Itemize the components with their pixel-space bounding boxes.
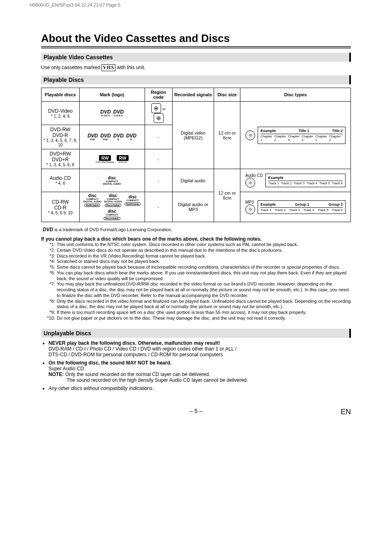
cassettes-text-after: with this unit. (117, 65, 145, 70)
disc-footnote: * 1, 2, 4, 6 (43, 114, 78, 118)
cd-logo-icon: discCOMPACTDIGITAL AUDIO (103, 176, 121, 185)
cell-size-b: 12 cm or 8cm (214, 169, 240, 222)
cd-logo-icon: discCOMPACTDIGITAL AUDIOReWritable (83, 194, 101, 207)
dvd-logo-icon: DVD (43, 227, 53, 232)
example-timeline: Example Title 1 Title 2 Chapter 1 Chapte… (258, 127, 346, 144)
disc-footnote: * 1, 3, 4, 5, 6, 8 (43, 163, 78, 167)
cd-logo-icon: discCOMPACTDIGITAL AUDIORecordable (104, 194, 122, 207)
cell-region: - (145, 149, 172, 169)
list-item: NEVER play back the following discs. Oth… (48, 340, 351, 358)
table-header-row: Playable discs Mark (logo) Region code R… (42, 88, 351, 102)
note-row: *1:This unit conforms to the NTSC color … (41, 242, 351, 248)
example-timeline: Example Track 1 Track 2 Track 3 Track 4 … (265, 174, 346, 187)
disc-name: DVD-Video (43, 108, 78, 114)
section-discs-heading: Playable Discs (41, 75, 351, 84)
list-item: On the following disc, the sound MAY NOT… (48, 360, 351, 383)
page-footer: – 5 – EN (41, 408, 351, 414)
dvd-logo-icon: DVDR (126, 133, 136, 141)
cell-example-mp3: MP3 ◎ Example Group 1 Group 2 Track 1 (240, 192, 351, 222)
cell-disc-name: Audio CD * 4, 6 (42, 169, 80, 192)
cell-disc-name: DVD-Video * 1, 2, 4, 6 (42, 102, 80, 125)
mp3-prefix: MP3 (245, 200, 255, 204)
example-timeline: Example Group 1 Group 2 Track 1 Track 2 … (258, 200, 346, 214)
note-row: *7:You may play back the unfinalized DVD… (41, 281, 351, 298)
title-rule (41, 46, 351, 47)
dvd-logo-icon: DVDRW (100, 133, 111, 141)
page-content: About the Video Cassettes and Discs Play… (0, 7, 392, 431)
title1: Title 1 (299, 129, 309, 133)
rw-logo-icon: RWDVD+ReWritable (96, 155, 115, 163)
cd-logo-icon: discCOMPACTReWritable (125, 195, 141, 206)
disc-icon: ◎ (245, 204, 255, 214)
dvd-logo-icon: DVDVIDEO (113, 109, 124, 117)
notes-list: *1:This unit conforms to the NTSC color … (41, 242, 351, 321)
page-title: About the Video Cassettes and Discs (41, 32, 351, 45)
region-or: or (162, 107, 166, 111)
region-globe-icon: ⊕ (154, 113, 164, 123)
cell-region: ⊕ or ⊕ (145, 102, 172, 125)
dvd-logo-icon: DVDVIDEO (100, 109, 111, 117)
trademark-line: DVD is a trademark of DVD Format/Logo Li… (43, 227, 351, 232)
title-rule-thin (41, 48, 351, 49)
disc-icon: ◎ (245, 178, 255, 188)
region-globe-icon: ⊕ (151, 103, 161, 113)
page-number: – 5 – (189, 408, 202, 414)
note-row: *10:Do not glue paper or put stickers on… (41, 316, 351, 321)
note-row: *6:You can play back discs which bear th… (41, 270, 351, 282)
cell-signals-audio: Digital audio (172, 169, 214, 192)
section-unplayable-heading: Unplayable Discs (41, 329, 351, 338)
cd-prefix: Audio CD (245, 173, 263, 178)
cell-mark: discCOMPACTDIGITAL AUDIOReWritable discC… (79, 192, 145, 222)
print-header: H9800UD_EN/SP.qx3 04.12.24 21:07 Page 5 (0, 0, 392, 7)
cell-signals-mp3: Digital audio or MP3 (172, 192, 214, 222)
cell-mark: discCOMPACTDIGITAL AUDIO (79, 169, 145, 192)
vhs-logo-icon: VHS (101, 64, 115, 71)
cell-region: - (145, 169, 172, 192)
unplayable-warning: NEVER play back the following discs. Oth… (48, 340, 220, 346)
cell-region: - (145, 192, 172, 222)
th-playable: Playable discs (42, 88, 80, 102)
th-size: Disc size (214, 88, 240, 102)
title2: Title 2 (332, 129, 343, 133)
cell-disc-name: DVD-RWDVD-R * 1, 3, 4, 5, 6, 7, 9, 10 (42, 125, 80, 149)
cell-signals-video: Digital video (MPEG2) (172, 102, 214, 169)
table-row: DVD-Video * 1, 2, 4, 6 DVDVIDEO DVDVIDEO… (42, 102, 351, 125)
dvd-logo-icon: DVDRW (88, 133, 98, 141)
section-cassettes-heading: Playable Video Cassettes (41, 53, 351, 62)
cell-mark: DVDRW DVDRW DVDR DVDR (79, 125, 145, 149)
note-row: *4:Scratched or stained discs may not be… (41, 259, 351, 265)
cell-size-a: 12 cm or 8cm (214, 102, 240, 169)
note-row: *9:If there is too much recording space … (41, 310, 351, 316)
unplayable-list: NEVER play back the following discs. Oth… (41, 340, 351, 391)
disc-footnote: * 1, 3, 4, 5, 6, 7, 9, 10 (43, 138, 78, 147)
list-item: Any other discs without compatibility in… (48, 385, 351, 391)
cell-disc-name: DVD+RWDVD+R * 1, 3, 4, 5, 6, 8 (42, 149, 80, 169)
th-mark: Mark (logo) (79, 88, 145, 102)
language-code: EN (341, 408, 351, 416)
table-row: Audio CD * 4, 6 discCOMPACTDIGITAL AUDIO… (42, 169, 351, 192)
header-text: H9800UD_EN/SP.qx3 04.12.24 21:07 Page 5 (30, 2, 120, 7)
disc-icon: ◎ (245, 130, 255, 140)
cell-example-dvd: ◎ Example Title 1 Title 2 Chapter 1 Chap… (240, 102, 351, 169)
cell-mark: RWDVD+ReWritable RWDVD+R (79, 149, 145, 169)
cell-disc-name: CD-RWCD-R * 4, 5, 6 9, 10 (42, 192, 80, 222)
table-row: CD-RWCD-R * 4, 5, 6 9, 10 discCOMPACTDIG… (42, 192, 351, 222)
trademark-text: is a trademark of DVD Format/Logo Licens… (54, 227, 172, 232)
th-region: Region code (145, 88, 172, 102)
cell-mark: DVDVIDEO DVDVIDEO (79, 102, 145, 125)
notes-heading: If you cannot play back a disc which bea… (41, 236, 351, 242)
cd-logo-icon: discCOMPACTRecordable (104, 209, 120, 220)
th-types: Disc types (240, 88, 351, 102)
cassettes-text: Use only cassettes marked VHS with this … (41, 64, 351, 71)
discs-table: Playable discs Mark (logo) Region code R… (41, 88, 351, 222)
cell-region: - (145, 125, 172, 149)
note-row: *8:Only the discs recorded in the video … (41, 299, 351, 310)
note-row: *2:Certain DVD-Video discs do not operat… (41, 248, 351, 253)
dvd-logo-icon: DVDR (113, 133, 124, 141)
th-signals: Recorded signals (172, 88, 214, 102)
example-label: Example (261, 129, 276, 133)
cell-example-cd: Audio CD ◎ Example Track 1 Track 2 Track… (240, 169, 351, 192)
note-row: *3:Discs recorded in the VR (Video Recor… (41, 253, 351, 259)
rw-logo-icon: RWDVD+R (117, 155, 128, 163)
cassettes-text-before: Use only cassettes marked (41, 65, 101, 70)
